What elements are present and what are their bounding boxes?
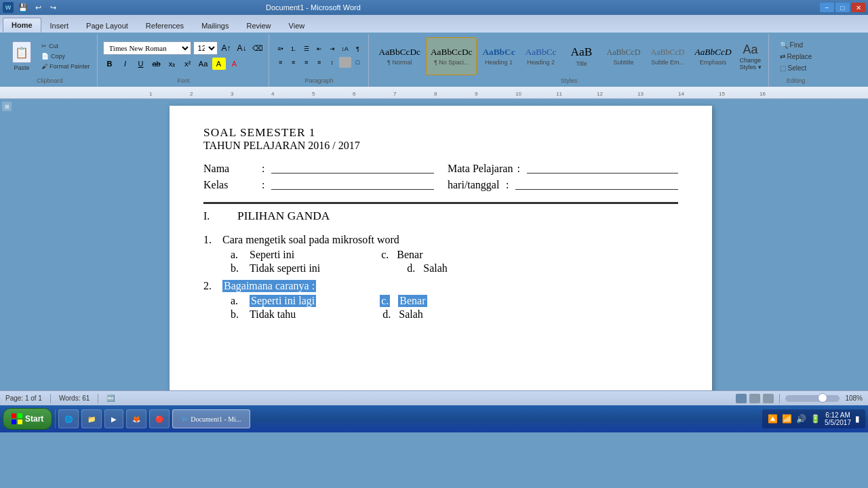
q1-text: Cara mengetik soal pada mikrosoft word (222, 234, 399, 246)
find-button[interactable]: 🔍Find (774, 40, 808, 50)
style-se-label: Subtle Em... (651, 59, 684, 66)
sidebar-icon-1[interactable]: ⊞ (2, 102, 12, 111)
shrink-font-btn[interactable]: A↓ (235, 42, 249, 54)
document-area[interactable]: SOAL SEMESTER 1 TAHUN PELAJARAN 2016 / 2… (14, 99, 868, 390)
start-button[interactable]: Start (3, 408, 52, 430)
tab-view[interactable]: View (280, 18, 314, 33)
show-hide-btn[interactable]: ¶ (352, 43, 364, 54)
title-bar-buttons: − □ ✕ (820, 3, 865, 12)
taskbar-app-red[interactable]: 🔴 (149, 409, 170, 428)
style-title[interactable]: AaB Title (561, 37, 601, 75)
taskbar: Start 🌐 📁 ▶ 🦊 🔴 W Document1 - Mi... 🔼 📶 … (0, 405, 868, 432)
zoom-thumb[interactable] (818, 393, 827, 403)
shading-btn[interactable] (339, 57, 351, 68)
tray-show-desktop[interactable]: ▮ (855, 414, 860, 424)
align-center-btn[interactable]: ≡ (288, 57, 300, 68)
bold-button[interactable]: B (103, 58, 117, 70)
paragraph-group: ≡• 1. ☰ ⇤ ⇥ ↕A ¶ ≡ ≡ ≡ ≡ ↕ □ Paragraph (271, 34, 369, 87)
justify-btn[interactable]: ≡ (313, 57, 326, 68)
paste-button[interactable]: 📋 Paste (7, 39, 37, 73)
grow-font-btn[interactable]: A↑ (220, 42, 233, 54)
paste-icon: 📋 (12, 41, 31, 63)
style-subtleemph[interactable]: AaBbCcD Subtle Em... (646, 37, 689, 75)
change-styles-button[interactable]: Aa ChangeStyles ▾ (737, 41, 764, 72)
full-screen-btn[interactable] (749, 394, 760, 403)
status-right: 108% (736, 394, 863, 403)
section-header: I. PILIHAN GANDA (203, 209, 678, 228)
ruler-mark-5: 6 (353, 91, 355, 97)
style-title-preview: AaB (571, 45, 593, 59)
tray-icon-network[interactable]: 📶 (782, 414, 792, 424)
highlight-button[interactable]: A (212, 58, 226, 70)
zoom-level: 108% (845, 394, 863, 402)
tray-icon-power[interactable]: 🔋 (810, 414, 821, 424)
copy-button[interactable]: 📄Copy (39, 52, 93, 61)
status-sep-2 (98, 394, 98, 403)
format-painter-button[interactable]: 🖌Format Painter (39, 62, 93, 71)
border-btn[interactable]: □ (352, 57, 364, 68)
ruler-mark-9: 10 (515, 91, 521, 97)
line-spacing-btn[interactable]: ↕ (326, 57, 338, 68)
increase-indent-btn[interactable]: ⇥ (326, 43, 338, 54)
style-emphasis[interactable]: AaBbCcD Emphasis (690, 37, 736, 75)
cut-button[interactable]: ✂Cut (39, 41, 93, 51)
ruler-mark-4: 5 (312, 91, 315, 97)
sort-btn[interactable]: ↕A (339, 43, 351, 54)
ruler-mark-7: 8 (434, 91, 437, 97)
style-nospacing[interactable]: AaBbCcDc ¶ No Spaci... (426, 37, 477, 75)
minimize-button[interactable]: − (820, 3, 834, 12)
font-color-button[interactable]: A (228, 58, 241, 70)
style-subtitle[interactable]: AaBbCcD Subtitle (601, 37, 645, 75)
zoom-slider[interactable] (785, 395, 840, 402)
font-size-select[interactable]: 12 (193, 41, 218, 55)
select-button[interactable]: ⬚Select (774, 63, 812, 73)
bullets-btn[interactable]: ≡• (275, 43, 287, 54)
q2-b-text: Tidak tahu (250, 308, 296, 321)
tab-insert[interactable]: Insert (41, 18, 78, 33)
taskbar-chrome[interactable]: 🌐 (58, 409, 79, 428)
q2-c-text: Benar (398, 295, 427, 307)
tray-icon-sound[interactable]: 🔊 (796, 414, 806, 424)
tab-pagelayout[interactable]: Page Layout (77, 18, 137, 33)
superscript-button[interactable]: x² (181, 58, 195, 70)
tab-references[interactable]: References (137, 18, 193, 33)
taskbar-word[interactable]: W Document1 - Mi... (172, 409, 250, 428)
style-heading2[interactable]: AaBbCc Heading 2 (521, 37, 561, 75)
multilevel-btn[interactable]: ☰ (300, 43, 313, 54)
web-layout-btn[interactable] (763, 394, 774, 403)
align-left-btn[interactable]: ≡ (275, 57, 287, 68)
tab-review[interactable]: Review (237, 18, 279, 33)
maximize-button[interactable]: □ (835, 3, 850, 12)
tab-mailings[interactable]: Mailings (193, 18, 237, 33)
quick-undo-btn[interactable]: ↩ (31, 1, 45, 14)
ruler-mark-12: 13 (637, 91, 644, 97)
q1-answer-bd: b. Tidak seperti ini d. Salah (231, 262, 678, 274)
tab-home[interactable]: Home (3, 18, 41, 33)
decrease-indent-btn[interactable]: ⇤ (313, 43, 326, 54)
tray-icon-1[interactable]: 🔼 (768, 414, 778, 424)
lang-status: 🔤 (106, 394, 115, 402)
app-icon: W (3, 2, 14, 13)
taskbar-media[interactable]: ▶ (104, 409, 123, 428)
print-layout-btn[interactable] (736, 394, 747, 403)
style-normal[interactable]: AaBbCcDc ¶ Normal (374, 37, 425, 75)
style-nospacing-label: ¶ No Spaci... (434, 59, 469, 66)
align-right-btn[interactable]: ≡ (300, 57, 313, 68)
taskbar-firefox[interactable]: 🦊 (126, 409, 146, 428)
underline-button[interactable]: U (134, 58, 148, 70)
clear-format-btn[interactable]: ⌫ (251, 42, 264, 54)
subscript-button[interactable]: x₂ (165, 58, 179, 70)
replace-button[interactable]: ⇄Replace (774, 52, 818, 62)
italic-button[interactable]: I (119, 58, 132, 70)
font-name-select[interactable]: Times New Roman (103, 41, 191, 55)
close-button[interactable]: ✕ (851, 3, 865, 12)
taskbar-explorer[interactable]: 📁 (81, 409, 102, 428)
title-bar: W 💾 ↩ ↪ Document1 - Microsoft Word − □ ✕ (0, 0, 868, 15)
status-left: Page: 1 of 1 Words: 61 🔤 (5, 394, 115, 403)
quick-save-btn[interactable]: 💾 (16, 1, 30, 14)
quick-redo-btn[interactable]: ↪ (46, 1, 60, 14)
strikethrough-button[interactable]: ab (150, 58, 163, 70)
numbering-btn[interactable]: 1. (288, 43, 300, 54)
case-button[interactable]: Aa (197, 58, 210, 70)
style-heading1[interactable]: AaBbCc Heading 1 (477, 37, 519, 75)
